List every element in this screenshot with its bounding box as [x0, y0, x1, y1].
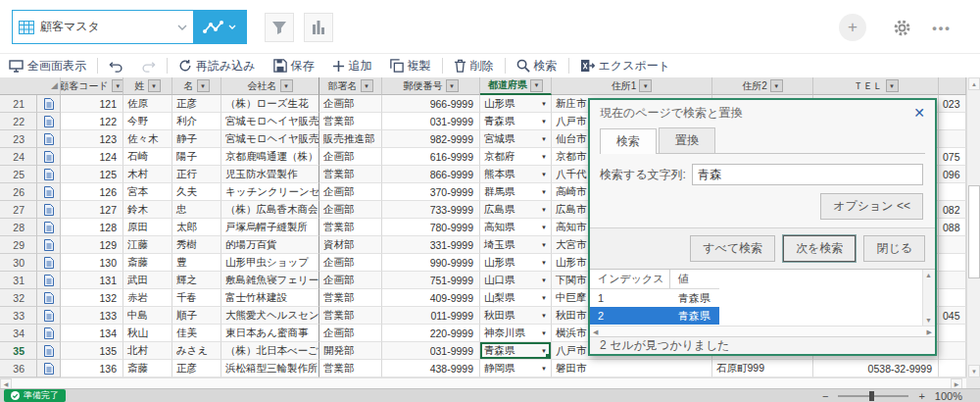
cell-first-name[interactable]: 輝之	[172, 272, 221, 289]
cell-company[interactable]: 京都鹿鳴通運（株）	[221, 148, 319, 166]
cell-customer-code[interactable]: 130	[61, 254, 123, 272]
cell-zip[interactable]: 966-9999	[382, 95, 480, 113]
cell-zip[interactable]: 011-9999	[382, 307, 480, 325]
cell-cut-column[interactable]: 088	[939, 219, 966, 236]
scroll-down-icon[interactable]: ▼	[925, 317, 932, 324]
cell-last-name[interactable]: 秋山	[123, 325, 172, 342]
cell-company[interactable]: キッチンクリーンセンター	[221, 183, 319, 201]
column-header-code[interactable]: 顧客コード▼	[61, 77, 123, 95]
column-header-addr2[interactable]: 住所2▼	[712, 77, 813, 95]
cell-last-name[interactable]: 佐原	[123, 95, 172, 113]
cell-customer-code[interactable]: 133	[61, 307, 123, 325]
result-row[interactable]: 1 青森県	[590, 289, 719, 307]
scroll-left-icon[interactable]: ◀	[593, 328, 598, 336]
cell-zip[interactable]: 409-9999	[382, 289, 480, 307]
record-open-cell[interactable]	[37, 342, 61, 360]
cell-last-name[interactable]: 武田	[123, 272, 172, 289]
record-open-cell[interactable]	[37, 289, 61, 307]
cell-first-name[interactable]: 正行	[172, 166, 221, 183]
filter-button[interactable]	[265, 13, 294, 42]
export-button[interactable]: エクスポート	[571, 57, 679, 75]
cell-cut-column[interactable]: 082	[939, 201, 966, 219]
undo-button[interactable]	[100, 57, 132, 75]
cell-last-name[interactable]: 赤岩	[123, 289, 172, 307]
filter-dropdown-icon[interactable]: ▼	[197, 79, 210, 92]
cell-first-name[interactable]: 豊	[172, 254, 221, 272]
dropdown-arrow-icon[interactable]: ▼	[541, 189, 547, 195]
row-number[interactable]: 28	[0, 219, 37, 236]
view-switch-button[interactable]	[193, 11, 246, 43]
select-all-corner[interactable]: ◢	[0, 77, 61, 95]
cell-prefecture[interactable]: 山形県 ▼	[480, 95, 552, 113]
close-icon[interactable]: ✕	[913, 105, 925, 121]
cell-first-name[interactable]: 利介	[172, 113, 221, 130]
cell-cut-column[interactable]	[939, 342, 966, 360]
cell-zip[interactable]: 733-9999	[382, 201, 480, 219]
cell-cut-column[interactable]	[939, 325, 966, 342]
cell-company[interactable]: 敷島雑魚寝フェリー（株）	[221, 272, 319, 289]
results-vertical-scrollbar[interactable]: ▲ ▼	[922, 270, 935, 326]
cell-first-name[interactable]: 正彦	[172, 95, 221, 113]
cell-cut-column[interactable]: 096	[939, 166, 966, 183]
row-number[interactable]: 26	[0, 183, 37, 201]
cell-prefecture[interactable]: 秋田県 ▼	[480, 307, 552, 325]
cell-cut-column[interactable]	[939, 183, 966, 201]
cell-company[interactable]: 山形甲虫ショップ	[221, 254, 319, 272]
cell-prefecture[interactable]: 青森県 ▼	[480, 113, 552, 130]
cell-address1[interactable]: 磐田市	[552, 360, 712, 377]
cell-company[interactable]: 的場万百貨	[221, 236, 319, 254]
add-record-button[interactable]: +	[839, 14, 866, 41]
cell-customer-code[interactable]: 136	[61, 360, 123, 377]
cell-company[interactable]: 宮城モロヘイヤ販売	[221, 130, 319, 148]
table-selector-field[interactable]: 顧客マスタ	[13, 11, 193, 43]
cell-first-name[interactable]: 秀樹	[172, 236, 221, 254]
dropdown-arrow-icon[interactable]: ▼	[541, 242, 547, 248]
row-number[interactable]: 23	[0, 130, 37, 148]
cell-department[interactable]: 営業部	[319, 289, 382, 307]
cell-zip[interactable]: 438-9999	[382, 360, 480, 377]
cell-first-name[interactable]: 忠	[172, 201, 221, 219]
cell-department[interactable]: 企画部	[319, 254, 382, 272]
cell-cut-column[interactable]: 023	[939, 95, 966, 113]
record-open-cell[interactable]	[37, 254, 61, 272]
dropdown-arrow-icon[interactable]: ▼	[541, 154, 547, 160]
cell-tel[interactable]: 0538-32-9999	[813, 360, 939, 377]
row-number[interactable]: 29	[0, 236, 37, 254]
dropdown-arrow-icon[interactable]: ▼	[541, 366, 547, 372]
cell-prefecture[interactable]: 神奈川県 ▼	[480, 325, 552, 342]
cell-department[interactable]: 営業部	[319, 113, 382, 130]
cell-zip[interactable]: 331-9999	[382, 236, 480, 254]
cell-first-name[interactable]: 久夫	[172, 183, 221, 201]
cell-company[interactable]: （株）ローズ生花	[221, 95, 319, 113]
cell-last-name[interactable]: 宮本	[123, 183, 172, 201]
scroll-down-icon[interactable]: ▼	[968, 365, 980, 377]
row-number[interactable]: 30	[0, 254, 37, 272]
cell-zip[interactable]: 866-9999	[382, 166, 480, 183]
cell-zip[interactable]: 751-9999	[382, 272, 480, 289]
cell-customer-code[interactable]: 135	[61, 342, 123, 360]
record-open-cell[interactable]	[37, 325, 61, 342]
column-header-addr1[interactable]: 住所1▼	[552, 77, 712, 95]
cell-customer-code[interactable]: 134	[61, 325, 123, 342]
vertical-scrollbar-thumb[interactable]	[968, 185, 980, 278]
dropdown-arrow-icon[interactable]: ▼	[541, 101, 547, 107]
cell-department[interactable]: 開発部	[319, 342, 382, 360]
cell-cut-column[interactable]	[939, 254, 966, 272]
cell-department[interactable]: 営業部	[319, 360, 382, 377]
filter-dropdown-icon[interactable]: ▼	[530, 79, 543, 92]
record-open-cell[interactable]	[37, 130, 61, 148]
dropdown-arrow-icon[interactable]: ▼	[541, 313, 547, 319]
dropdown-arrow-icon[interactable]: ▼	[541, 207, 547, 213]
tab-search[interactable]: 検索	[600, 128, 657, 154]
row-number[interactable]: 36	[0, 360, 37, 377]
record-open-cell[interactable]	[37, 148, 61, 166]
dropdown-arrow-icon[interactable]: ▼	[541, 136, 547, 142]
column-header-mei[interactable]: 名▼	[172, 77, 221, 95]
record-open-cell[interactable]	[37, 113, 61, 130]
row-number[interactable]: 31	[0, 272, 37, 289]
cell-customer-code[interactable]: 131	[61, 272, 123, 289]
cell-customer-code[interactable]: 122	[61, 113, 123, 130]
filter-dropdown-icon[interactable]: ▼	[770, 79, 783, 92]
cell-prefecture[interactable]: 熊本県 ▼	[480, 166, 552, 183]
cell-last-name[interactable]: 木村	[123, 166, 172, 183]
